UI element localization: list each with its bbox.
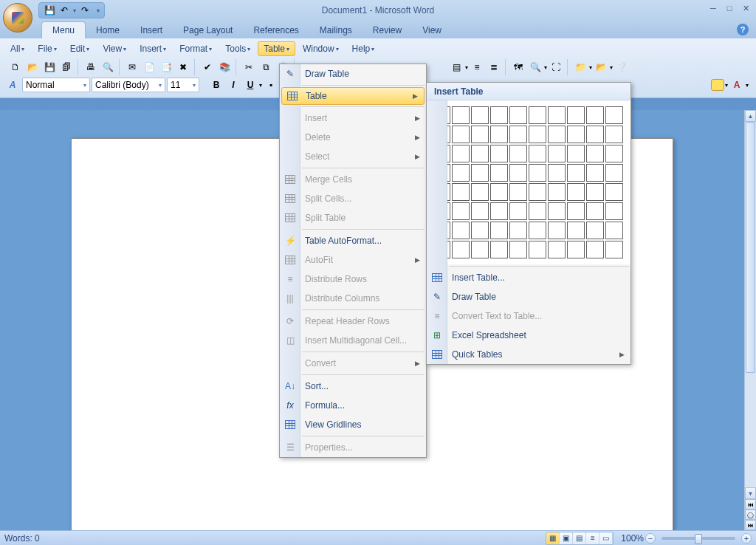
submenu-quick-tables[interactable]: Quick Tables▶: [427, 345, 630, 364]
tab-mailings[interactable]: Mailings: [309, 22, 362, 38]
menu-help[interactable]: Help▾: [346, 41, 381, 56]
menu-window[interactable]: Window▾: [297, 41, 345, 56]
grid-cell[interactable]: [471, 183, 489, 201]
grid-cell[interactable]: [490, 164, 508, 182]
grid-cell[interactable]: [529, 241, 546, 258]
grid-cell[interactable]: [567, 241, 585, 258]
menu-table[interactable]: Table▾: [258, 41, 295, 56]
outline-view-icon[interactable]: ≡: [586, 532, 599, 544]
submenu-insert-table[interactable]: Insert Table...: [427, 268, 630, 287]
grid-cell[interactable]: [452, 202, 470, 220]
word-count[interactable]: Words: 0: [4, 533, 40, 544]
menu-draw-table[interactable]: ✎Draw Table: [280, 64, 426, 83]
grid-cell[interactable]: [605, 145, 623, 162]
scroll-down-icon[interactable]: ▼: [745, 487, 756, 499]
grid-cell[interactable]: [586, 126, 604, 143]
zoom-in-button[interactable]: +: [741, 533, 752, 544]
redo-icon[interactable]: ↷: [79, 4, 91, 16]
more-format-icon[interactable]: ▪: [263, 77, 279, 93]
grid-cell[interactable]: [471, 164, 489, 182]
grid-cell[interactable]: [548, 222, 566, 239]
save-icon[interactable]: 💾: [41, 59, 58, 75]
grid-cell[interactable]: [529, 164, 546, 182]
grid-cell[interactable]: [605, 126, 623, 143]
menu-format[interactable]: Format▾: [173, 41, 218, 56]
research-icon[interactable]: 📚: [216, 59, 233, 75]
scroll-up-icon[interactable]: ▲: [745, 110, 756, 122]
grid-cell[interactable]: [586, 164, 604, 182]
submenu-draw-table[interactable]: ✎Draw Table: [427, 287, 630, 306]
grid-cell[interactable]: [548, 241, 566, 258]
grid-cell[interactable]: [548, 145, 566, 162]
grid-cell[interactable]: [452, 106, 470, 124]
open-icon[interactable]: 📂: [24, 59, 41, 75]
size-combo[interactable]: 11▾: [167, 78, 199, 92]
grid-cell[interactable]: [548, 126, 566, 143]
grid-cell[interactable]: [509, 202, 527, 220]
menu-dist-cols[interactable]: |||Distribute Columns: [280, 289, 426, 308]
submenu-convert-text[interactable]: ≡Convert Text to Table...: [427, 306, 630, 326]
align-icon[interactable]: ≣: [486, 59, 502, 75]
minimize-button[interactable]: ─: [707, 3, 719, 13]
grid-cell[interactable]: [586, 202, 604, 220]
grid-cell[interactable]: [471, 202, 489, 220]
grid-cell[interactable]: [529, 126, 546, 143]
help-button[interactable]: ?: [737, 24, 749, 35]
tab-view[interactable]: View: [412, 22, 452, 38]
columns-icon[interactable]: ▤: [448, 59, 464, 75]
grid-cell[interactable]: [567, 202, 585, 220]
font-combo[interactable]: Calibri (Body)▾: [92, 78, 165, 92]
menu-split-cells[interactable]: Split Cells...: [280, 189, 426, 208]
grid-cell[interactable]: [490, 106, 508, 124]
menu-repeat-header[interactable]: ⟳Repeat Header Rows: [280, 312, 426, 331]
grid-cell[interactable]: [490, 202, 508, 220]
mail-icon[interactable]: ✉: [124, 59, 140, 75]
grid-cell[interactable]: [452, 164, 470, 182]
grid-cell[interactable]: [471, 241, 489, 258]
print-icon[interactable]: 🖶: [83, 59, 99, 75]
grid-cell[interactable]: [452, 145, 470, 162]
grid-cell[interactable]: [490, 126, 508, 143]
grid-cell[interactable]: [452, 241, 470, 258]
menu-view[interactable]: View▾: [97, 41, 132, 56]
copy-icon[interactable]: ⧉: [258, 59, 274, 75]
bold-button[interactable]: B: [208, 77, 224, 93]
menu-tools[interactable]: Tools▾: [219, 41, 256, 56]
grid-cell[interactable]: [509, 145, 527, 162]
menu-merge-cells[interactable]: Merge Cells: [280, 170, 426, 189]
menu-delete-sub[interactable]: Delete▶: [280, 128, 426, 147]
grid-cell[interactable]: [529, 106, 546, 124]
grid-cell[interactable]: [452, 126, 470, 143]
grid-cell[interactable]: [490, 222, 508, 239]
grid-cell[interactable]: [509, 241, 527, 258]
tab-review[interactable]: Review: [362, 22, 412, 38]
menu-insert[interactable]: Insert▾: [134, 41, 172, 56]
grid-cell[interactable]: [490, 145, 508, 162]
italic-button[interactable]: I: [225, 77, 241, 93]
tab-references[interactable]: References: [243, 22, 309, 38]
grid-cell[interactable]: [605, 164, 623, 182]
menu-insert-sub[interactable]: Insert▶: [280, 109, 426, 128]
grid-cell[interactable]: [586, 183, 604, 201]
doc-map-icon[interactable]: 🗺: [510, 59, 526, 75]
help-icon[interactable]: ❔: [614, 59, 630, 75]
grid-cell[interactable]: [605, 222, 623, 239]
undo-icon[interactable]: ↶: [58, 4, 70, 16]
web-layout-view-icon[interactable]: ▤: [573, 532, 586, 544]
grid-cell[interactable]: [548, 183, 566, 201]
office-button[interactable]: [3, 3, 32, 32]
tab-menu[interactable]: Menu: [41, 21, 86, 38]
full-screen-view-icon[interactable]: ▣: [560, 532, 573, 544]
tab-insert[interactable]: Insert: [130, 22, 173, 38]
maximize-button[interactable]: □: [724, 3, 735, 13]
menu-gridlines[interactable]: View Gridlines: [280, 415, 426, 434]
grid-cell[interactable]: [586, 241, 604, 258]
menu-properties[interactable]: ☰Properties...: [280, 438, 426, 457]
menu-edit[interactable]: Edit▾: [64, 41, 96, 56]
menu-all[interactable]: All▾: [4, 41, 30, 56]
save-all-icon[interactable]: 🗐: [58, 59, 75, 75]
grid-cell[interactable]: [452, 183, 470, 201]
folder-yellow-icon[interactable]: 📁: [572, 59, 588, 75]
menu-split-table[interactable]: Split Table: [280, 208, 426, 227]
grid-cell[interactable]: [567, 126, 585, 143]
